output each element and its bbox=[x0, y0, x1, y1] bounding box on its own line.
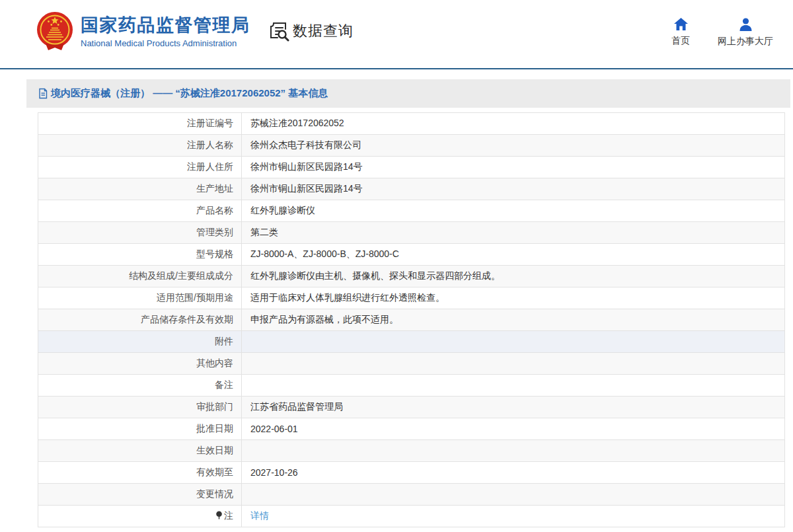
national-emblem-icon bbox=[36, 11, 73, 52]
table-row: 生产地址徐州市铜山新区民园路14号 bbox=[38, 178, 785, 200]
header-divider bbox=[0, 68, 793, 69]
field-value: 详情 bbox=[242, 506, 785, 527]
detail-link[interactable]: 详情 bbox=[250, 510, 269, 521]
field-label: 附件 bbox=[38, 331, 242, 353]
field-label: 结构及组成/主要组成成分 bbox=[38, 266, 242, 287]
field-value bbox=[242, 440, 785, 462]
field-value bbox=[242, 331, 785, 353]
field-value: 红外乳腺诊断仪 bbox=[242, 200, 785, 222]
table-row: 结构及组成/主要组成成分红外乳腺诊断仪由主机、摄像机、探头和显示器四部分组成。 bbox=[38, 266, 785, 287]
registration-info-table: 注册证编号苏械注准20172062052注册人名称徐州众杰电子科技有限公司注册人… bbox=[38, 112, 785, 527]
field-value: 红外乳腺诊断仪由主机、摄像机、探头和显示器四部分组成。 bbox=[242, 266, 785, 287]
table-row: 审批部门江苏省药品监督管理局 bbox=[38, 397, 785, 418]
national-emblem-logo[interactable] bbox=[36, 11, 73, 52]
field-label: 变更情况 bbox=[38, 484, 242, 506]
detail-table-wrap: 注册证编号苏械注准20172062052注册人名称徐州众杰电子科技有限公司注册人… bbox=[38, 112, 785, 527]
field-label: 备注 bbox=[38, 375, 242, 397]
field-value: ZJ-8000-A、ZJ-8000-B、ZJ-8000-C bbox=[242, 244, 785, 266]
page-title: 境内医疗器械（注册） —— “苏械注准20172062052” 基本信息 bbox=[51, 87, 328, 100]
field-label: 注册证编号 bbox=[38, 113, 242, 135]
table-row: 管理类别第二类 bbox=[38, 222, 785, 244]
field-label: 注册人住所 bbox=[38, 157, 242, 178]
agency-name-cn: 国家药品监督管理局 bbox=[81, 15, 250, 36]
field-label: 型号规格 bbox=[38, 244, 242, 266]
site-header: 国家药品监督管理局 National Medical Products Admi… bbox=[0, 0, 793, 68]
field-value bbox=[242, 353, 785, 375]
field-value: 徐州市铜山新区民园路14号 bbox=[242, 157, 785, 178]
field-label: 其他内容 bbox=[38, 353, 242, 375]
note-pin-icon bbox=[215, 511, 223, 521]
table-row: 产品储存条件及有效期申报产品为有源器械，此项不适用。 bbox=[38, 309, 785, 331]
home-icon bbox=[674, 18, 688, 30]
field-label: 产品储存条件及有效期 bbox=[38, 309, 242, 331]
table-row: 适用范围/预期用途适用于临床对人体乳腺组织进行红外透照检查。 bbox=[38, 287, 785, 309]
table-row: 注册人名称徐州众杰电子科技有限公司 bbox=[38, 135, 785, 157]
data-query-icon bbox=[268, 20, 289, 42]
table-row: 批准日期2022-06-01 bbox=[38, 418, 785, 440]
field-label: 有效期至 bbox=[38, 462, 242, 484]
nav-item-service-hall[interactable]: 网上办事大厅 bbox=[718, 18, 773, 48]
field-value: 2027-10-26 bbox=[242, 462, 785, 484]
field-value: 第二类 bbox=[242, 222, 785, 244]
field-label: 审批部门 bbox=[38, 397, 242, 418]
table-row: 附件 bbox=[38, 331, 785, 353]
field-label: 生效日期 bbox=[38, 440, 242, 462]
data-query-link[interactable]: 数据查询 bbox=[268, 20, 354, 42]
table-row: 注册证编号苏械注准20172062052 bbox=[38, 113, 785, 135]
table-row: 变更情况 bbox=[38, 484, 785, 506]
field-value bbox=[242, 375, 785, 397]
field-label: 生产地址 bbox=[38, 178, 242, 200]
table-row: 生效日期 bbox=[38, 440, 785, 462]
table-row: 型号规格ZJ-8000-A、ZJ-8000-B、ZJ-8000-C bbox=[38, 244, 785, 266]
field-label: 产品名称 bbox=[38, 200, 242, 222]
agency-title-block: 国家药品监督管理局 National Medical Products Admi… bbox=[81, 15, 250, 48]
table-row: 产品名称红外乳腺诊断仪 bbox=[38, 200, 785, 222]
nav-item-home[interactable]: 首页 bbox=[671, 18, 690, 48]
data-query-label: 数据查询 bbox=[293, 21, 354, 41]
field-label: 适用范围/预期用途 bbox=[38, 287, 242, 309]
table-row: 注详情 bbox=[38, 506, 785, 527]
field-label: 注册人名称 bbox=[38, 135, 242, 157]
field-value: 徐州市铜山新区民园路14号 bbox=[242, 178, 785, 200]
user-icon bbox=[739, 18, 753, 31]
document-icon bbox=[38, 88, 48, 99]
field-value: 徐州众杰电子科技有限公司 bbox=[242, 135, 785, 157]
field-value: 申报产品为有源器械，此项不适用。 bbox=[242, 309, 785, 331]
header-nav: 首页 网上办事大厅 bbox=[671, 18, 773, 48]
field-value bbox=[242, 484, 785, 506]
field-label: 管理类别 bbox=[38, 222, 242, 244]
table-row: 有效期至2027-10-26 bbox=[38, 462, 785, 484]
nav-item-label: 首页 bbox=[671, 35, 690, 47]
nav-item-label: 网上办事大厅 bbox=[718, 36, 773, 48]
field-value: 2022-06-01 bbox=[242, 418, 785, 440]
main-content: 境内医疗器械（注册） —— “苏械注准20172062052” 基本信息 注册证… bbox=[26, 79, 790, 527]
table-row: 备注 bbox=[38, 375, 785, 397]
field-value: 江苏省药品监督管理局 bbox=[242, 397, 785, 418]
field-label: 注 bbox=[38, 506, 242, 527]
table-row: 其他内容 bbox=[38, 353, 785, 375]
field-value: 苏械注准20172062052 bbox=[242, 113, 785, 135]
breadcrumb: 境内医疗器械（注册） —— “苏械注准20172062052” 基本信息 bbox=[26, 79, 790, 108]
field-value: 适用于临床对人体乳腺组织进行红外透照检查。 bbox=[242, 287, 785, 309]
agency-name-en: National Medical Products Administration bbox=[81, 38, 250, 48]
info-table-body: 注册证编号苏械注准20172062052注册人名称徐州众杰电子科技有限公司注册人… bbox=[38, 113, 785, 527]
field-label: 批准日期 bbox=[38, 418, 242, 440]
table-row: 注册人住所徐州市铜山新区民园路14号 bbox=[38, 157, 785, 178]
